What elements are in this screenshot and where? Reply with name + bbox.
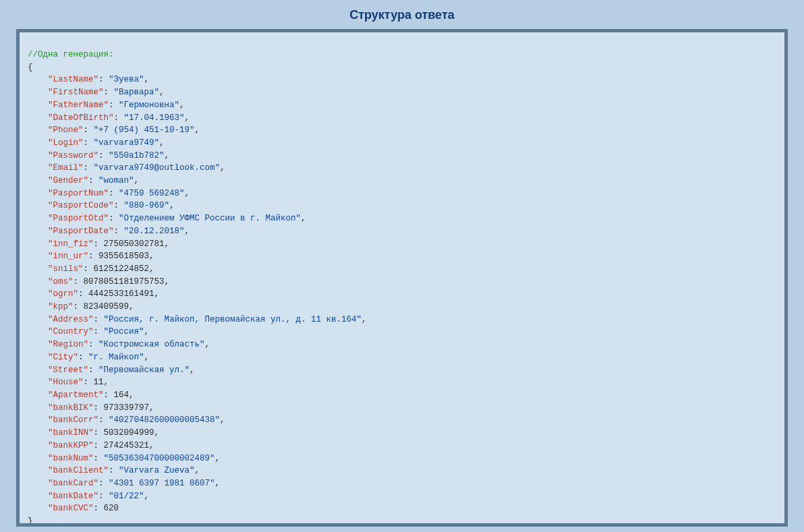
- section-title: Структура ответа: [0, 0, 804, 29]
- code-frame: //Одна генерация: { "LastName": "Зуева",…: [16, 29, 788, 527]
- code-inner: //Одна генерация: { "LastName": "Зуева",…: [20, 32, 784, 527]
- json-sample: //Одна генерация: { "LastName": "Зуева",…: [28, 49, 776, 527]
